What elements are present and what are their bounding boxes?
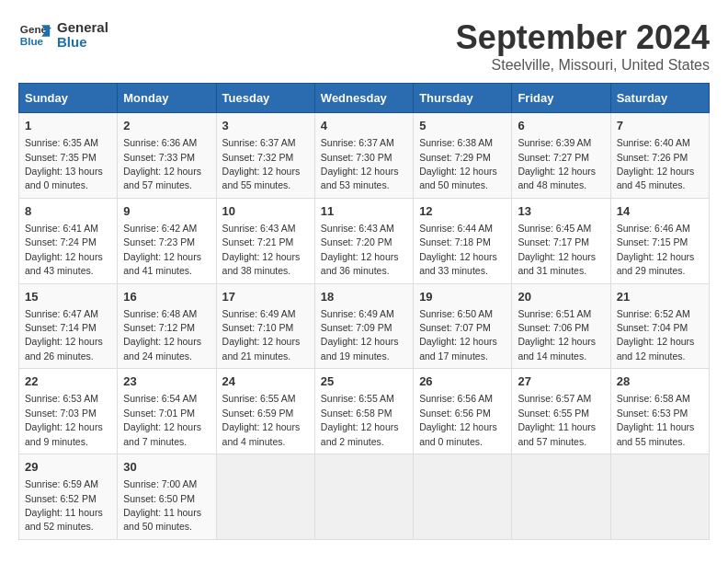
day-info: Sunrise: 6:39 AMSunset: 7:27 PMDaylight:…: [518, 137, 596, 190]
day-number: 4: [321, 118, 407, 134]
day-number: 24: [222, 373, 309, 390]
calendar-cell: [314, 454, 413, 540]
calendar-cell: 8Sunrise: 6:41 AMSunset: 7:24 PMDaylight…: [19, 198, 118, 283]
calendar-cell: 6Sunrise: 6:39 AMSunset: 7:27 PMDaylight…: [512, 113, 610, 199]
day-info: Sunrise: 6:55 AMSunset: 6:58 PMDaylight:…: [321, 393, 399, 446]
calendar-cell: 24Sunrise: 6:55 AMSunset: 6:59 PMDayligh…: [216, 369, 314, 454]
page-subtitle: Steelville, Missouri, United States: [456, 57, 710, 74]
calendar-header-row: SundayMondayTuesdayWednesdayThursdayFrid…: [19, 84, 710, 113]
day-info: Sunrise: 6:48 AMSunset: 7:12 PMDaylight:…: [123, 308, 201, 362]
calendar-cell: 30Sunrise: 7:00 AMSunset: 6:50 PMDayligh…: [118, 454, 216, 540]
day-number: 2: [123, 118, 210, 134]
header-friday: Friday: [512, 84, 610, 113]
day-number: 14: [617, 203, 703, 220]
day-number: 20: [518, 289, 604, 305]
header-tuesday: Tuesday: [216, 84, 314, 113]
calendar-cell: 4Sunrise: 6:37 AMSunset: 7:30 PMDaylight…: [314, 113, 413, 199]
day-info: Sunrise: 6:49 AMSunset: 7:10 PMDaylight:…: [222, 308, 301, 362]
week-row-4: 22Sunrise: 6:53 AMSunset: 7:03 PMDayligh…: [19, 369, 710, 454]
calendar-cell: 7Sunrise: 6:40 AMSunset: 7:26 PMDaylight…: [610, 113, 709, 199]
day-info: Sunrise: 6:38 AMSunset: 7:29 PMDaylight:…: [419, 137, 497, 190]
day-info: Sunrise: 6:40 AMSunset: 7:26 PMDaylight:…: [617, 137, 695, 190]
day-number: 16: [123, 289, 210, 305]
calendar-cell: [512, 454, 610, 540]
day-info: Sunrise: 6:52 AMSunset: 7:04 PMDaylight:…: [617, 308, 695, 362]
day-info: Sunrise: 6:50 AMSunset: 7:07 PMDaylight:…: [419, 308, 497, 362]
day-info: Sunrise: 6:36 AMSunset: 7:33 PMDaylight:…: [123, 137, 201, 190]
day-number: 25: [321, 373, 407, 390]
calendar-cell: 12Sunrise: 6:44 AMSunset: 7:18 PMDayligh…: [414, 198, 512, 283]
header-sunday: Sunday: [19, 84, 118, 113]
day-number: 15: [25, 289, 111, 305]
day-number: 7: [617, 118, 703, 134]
day-number: 11: [321, 203, 407, 220]
calendar-cell: 20Sunrise: 6:51 AMSunset: 7:06 PMDayligh…: [512, 283, 610, 369]
week-row-1: 1Sunrise: 6:35 AMSunset: 7:35 PMDaylight…: [19, 113, 710, 199]
page-title: September 2024: [456, 18, 710, 57]
header: General Blue General Blue September 2024…: [18, 18, 710, 74]
day-number: 28: [617, 373, 703, 390]
calendar-cell: 18Sunrise: 6:49 AMSunset: 7:09 PMDayligh…: [314, 283, 413, 369]
day-number: 22: [25, 373, 111, 390]
header-thursday: Thursday: [414, 84, 512, 113]
week-row-5: 29Sunrise: 6:59 AMSunset: 6:52 PMDayligh…: [19, 454, 710, 540]
day-number: 23: [123, 373, 210, 390]
calendar-cell: 11Sunrise: 6:43 AMSunset: 7:20 PMDayligh…: [314, 198, 413, 283]
day-info: Sunrise: 6:55 AMSunset: 6:59 PMDaylight:…: [222, 393, 301, 446]
day-info: Sunrise: 6:42 AMSunset: 7:23 PMDaylight:…: [123, 223, 201, 276]
day-number: 26: [419, 373, 506, 390]
day-number: 5: [419, 118, 506, 134]
calendar-cell: 15Sunrise: 6:47 AMSunset: 7:14 PMDayligh…: [19, 283, 118, 369]
day-info: Sunrise: 6:46 AMSunset: 7:15 PMDaylight:…: [617, 223, 695, 276]
day-number: 6: [518, 118, 604, 134]
calendar-cell: 17Sunrise: 6:49 AMSunset: 7:10 PMDayligh…: [216, 283, 314, 369]
day-info: Sunrise: 6:35 AMSunset: 7:35 PMDaylight:…: [25, 137, 103, 190]
calendar-cell: 1Sunrise: 6:35 AMSunset: 7:35 PMDaylight…: [19, 113, 118, 199]
calendar-cell: 28Sunrise: 6:58 AMSunset: 6:53 PMDayligh…: [610, 369, 709, 454]
day-number: 12: [419, 203, 506, 220]
day-number: 1: [25, 118, 111, 134]
day-info: Sunrise: 6:56 AMSunset: 6:56 PMDaylight:…: [419, 393, 497, 446]
calendar-cell: 14Sunrise: 6:46 AMSunset: 7:15 PMDayligh…: [610, 198, 709, 283]
day-number: 29: [25, 459, 111, 476]
day-number: 13: [518, 203, 604, 220]
calendar-table: SundayMondayTuesdayWednesdayThursdayFrid…: [18, 83, 710, 540]
day-info: Sunrise: 6:58 AMSunset: 6:53 PMDaylight:…: [617, 393, 695, 446]
calendar-cell: 27Sunrise: 6:57 AMSunset: 6:55 PMDayligh…: [512, 369, 610, 454]
day-info: Sunrise: 6:57 AMSunset: 6:55 PMDaylight:…: [518, 393, 596, 446]
header-saturday: Saturday: [610, 84, 709, 113]
calendar-cell: 5Sunrise: 6:38 AMSunset: 7:29 PMDaylight…: [414, 113, 512, 199]
week-row-2: 8Sunrise: 6:41 AMSunset: 7:24 PMDaylight…: [19, 198, 710, 283]
day-info: Sunrise: 6:51 AMSunset: 7:06 PMDaylight:…: [518, 308, 596, 362]
day-info: Sunrise: 6:43 AMSunset: 7:20 PMDaylight:…: [321, 223, 399, 276]
day-info: Sunrise: 6:45 AMSunset: 7:17 PMDaylight:…: [518, 223, 596, 276]
title-section: September 2024 Steelville, Missouri, Uni…: [456, 18, 710, 74]
day-info: Sunrise: 6:53 AMSunset: 7:03 PMDaylight:…: [25, 393, 103, 446]
calendar-cell: [414, 454, 512, 540]
day-info: Sunrise: 6:41 AMSunset: 7:24 PMDaylight:…: [25, 223, 103, 276]
logo: General Blue General Blue: [18, 18, 108, 52]
calendar-cell: 9Sunrise: 6:42 AMSunset: 7:23 PMDaylight…: [118, 198, 216, 283]
day-number: 21: [617, 289, 703, 305]
calendar-cell: [216, 454, 314, 540]
day-number: 19: [419, 289, 506, 305]
calendar-cell: 16Sunrise: 6:48 AMSunset: 7:12 PMDayligh…: [118, 283, 216, 369]
header-monday: Monday: [118, 84, 216, 113]
day-info: Sunrise: 6:37 AMSunset: 7:30 PMDaylight:…: [321, 137, 399, 190]
svg-text:Blue: Blue: [20, 35, 44, 47]
calendar-cell: 26Sunrise: 6:56 AMSunset: 6:56 PMDayligh…: [414, 369, 512, 454]
day-info: Sunrise: 6:49 AMSunset: 7:09 PMDaylight:…: [321, 308, 399, 362]
day-info: Sunrise: 6:37 AMSunset: 7:32 PMDaylight:…: [222, 137, 301, 190]
day-number: 27: [518, 373, 604, 390]
day-number: 17: [222, 289, 309, 305]
day-number: 30: [123, 459, 210, 476]
day-number: 18: [321, 289, 407, 305]
header-wednesday: Wednesday: [314, 84, 413, 113]
day-number: 9: [123, 203, 210, 220]
calendar-cell: 25Sunrise: 6:55 AMSunset: 6:58 PMDayligh…: [314, 369, 413, 454]
day-number: 10: [222, 203, 309, 220]
day-info: Sunrise: 6:44 AMSunset: 7:18 PMDaylight:…: [419, 223, 497, 276]
week-row-3: 15Sunrise: 6:47 AMSunset: 7:14 PMDayligh…: [19, 283, 710, 369]
calendar-cell: 21Sunrise: 6:52 AMSunset: 7:04 PMDayligh…: [610, 283, 709, 369]
calendar-cell: 3Sunrise: 6:37 AMSunset: 7:32 PMDaylight…: [216, 113, 314, 199]
